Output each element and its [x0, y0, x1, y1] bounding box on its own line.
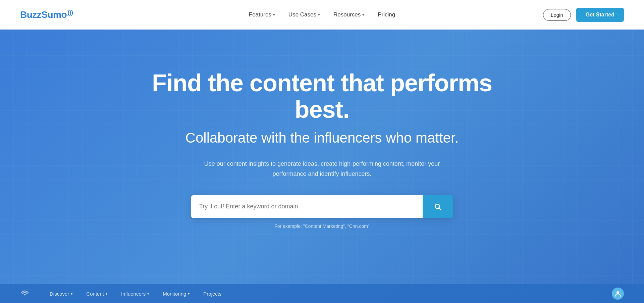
- app-logo-wifi-icon: [20, 288, 30, 299]
- login-button[interactable]: Login: [543, 9, 571, 21]
- main-nav: Features ▾ Use Cases ▾ Resources ▾ Prici…: [249, 11, 395, 18]
- content-chevron-icon: ▾: [106, 292, 108, 296]
- hero-section: Find the content that performs best. Col…: [0, 30, 644, 303]
- search-input[interactable]: [191, 195, 423, 218]
- navbar-actions: Login Get Started: [543, 8, 624, 22]
- hero-headline: Find the content that performs best.: [138, 70, 506, 123]
- search-hint: For example: "Content Marketing", "Cnn.c…: [138, 223, 506, 229]
- app-nav-projects[interactable]: Projects: [203, 291, 221, 297]
- use-cases-chevron-icon: ▾: [318, 13, 320, 17]
- logo[interactable]: BuzzSumo))): [20, 9, 73, 20]
- nav-pricing[interactable]: Pricing: [378, 11, 395, 18]
- navbar: BuzzSumo))) Features ▾ Use Cases ▾ Resou…: [0, 0, 644, 30]
- user-icon: [614, 290, 622, 297]
- resources-chevron-icon: ▾: [362, 13, 364, 17]
- nav-resources[interactable]: Resources ▾: [333, 11, 364, 18]
- search-bar: [191, 195, 453, 218]
- hero-subheadline: Collaborate with the influencers who mat…: [138, 130, 506, 146]
- hero-description: Use our content insights to generate ide…: [191, 159, 453, 179]
- app-nav-bar: Discover ▾ Content ▾ Influencers ▾ Monit…: [0, 284, 644, 303]
- hero-content: Find the content that performs best. Col…: [138, 70, 506, 249]
- monitoring-chevron-icon: ▾: [188, 292, 190, 296]
- logo-text: BuzzSumo))): [20, 9, 73, 20]
- nav-use-cases[interactable]: Use Cases ▾: [288, 11, 320, 18]
- app-nav-content[interactable]: Content ▾: [86, 291, 108, 297]
- search-icon: [433, 202, 442, 211]
- influencers-chevron-icon: ▾: [147, 292, 149, 296]
- app-nav-influencers[interactable]: Influencers ▾: [121, 291, 149, 297]
- app-nav-discover[interactable]: Discover ▾: [50, 291, 73, 297]
- svg-point-0: [24, 294, 26, 296]
- wifi-icon: ))): [67, 9, 73, 16]
- app-nav-monitoring[interactable]: Monitoring ▾: [163, 291, 190, 297]
- discover-chevron-icon: ▾: [71, 292, 73, 296]
- features-chevron-icon: ▾: [273, 13, 275, 17]
- nav-features[interactable]: Features ▾: [249, 11, 275, 18]
- get-started-button[interactable]: Get Started: [576, 8, 624, 22]
- user-avatar[interactable]: [612, 288, 624, 300]
- search-button[interactable]: [423, 195, 453, 218]
- svg-point-1: [616, 291, 619, 294]
